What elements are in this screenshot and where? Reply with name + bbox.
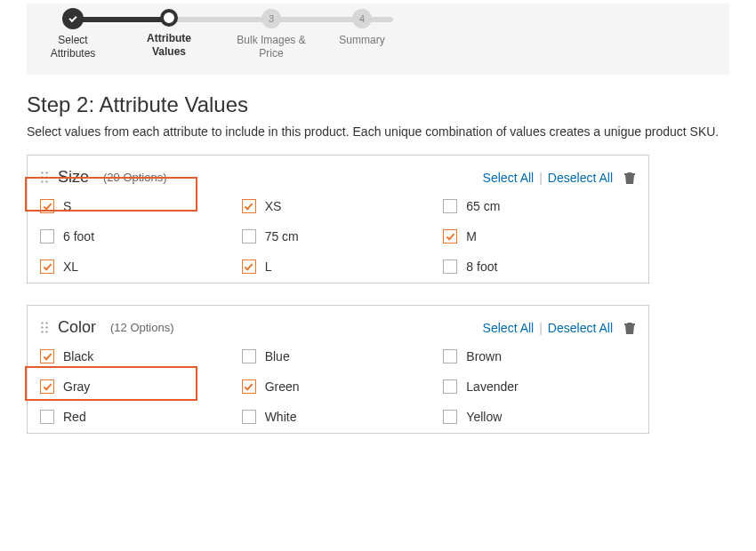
option-label: White xyxy=(265,410,297,424)
attribute-count: (20 Options) xyxy=(103,171,167,184)
option-black[interactable]: Black xyxy=(40,349,233,363)
option-label: Gray xyxy=(63,379,90,394)
separator: | xyxy=(539,321,543,335)
step-summary[interactable]: 4 Summary xyxy=(331,9,393,47)
checkbox[interactable] xyxy=(40,229,54,244)
separator: | xyxy=(539,171,543,185)
checkbox[interactable] xyxy=(242,349,256,363)
select-all-link[interactable]: Select All xyxy=(483,321,535,335)
checkbox[interactable] xyxy=(242,410,256,424)
checkbox[interactable] xyxy=(242,379,256,394)
attribute-count: (12 Options) xyxy=(110,321,174,334)
attribute-name: Color xyxy=(58,318,96,337)
option-label: 75 cm xyxy=(265,229,299,244)
checkbox[interactable] xyxy=(443,229,457,244)
page-title: Step 2: Attribute Values xyxy=(27,92,729,117)
option-xl[interactable]: XL xyxy=(40,260,233,274)
option-red[interactable]: Red xyxy=(40,410,233,424)
step-dot: 2 xyxy=(160,9,178,27)
step-label: AttributeValues xyxy=(138,32,200,59)
option-gray[interactable]: Gray xyxy=(40,379,233,394)
option-label: 6 foot xyxy=(63,229,94,244)
option-6-foot[interactable]: 6 foot xyxy=(40,229,233,244)
option-s[interactable]: S xyxy=(40,199,233,213)
option-xs[interactable]: XS xyxy=(242,199,435,213)
option-label: 8 foot xyxy=(466,260,497,274)
deselect-all-link[interactable]: Deselect All xyxy=(548,171,613,185)
option-l[interactable]: L xyxy=(242,260,435,274)
option-75-cm[interactable]: 75 cm xyxy=(242,229,435,244)
checkbox[interactable] xyxy=(40,199,54,213)
step-dot: 4 xyxy=(352,9,372,28)
option-yellow[interactable]: Yellow xyxy=(443,410,636,424)
option-m[interactable]: M xyxy=(443,229,636,244)
option-white[interactable]: White xyxy=(242,410,435,424)
checkbox[interactable] xyxy=(40,260,54,274)
step-dot: 3 xyxy=(261,9,281,28)
option-label: L xyxy=(265,260,272,274)
option-65-cm[interactable]: 65 cm xyxy=(443,199,636,213)
option-green[interactable]: Green xyxy=(242,379,435,394)
deselect-all-link[interactable]: Deselect All xyxy=(548,321,613,335)
step-label: Summary xyxy=(331,34,393,47)
option-label: Brown xyxy=(466,349,502,363)
checkbox[interactable] xyxy=(242,199,256,213)
step-bulk-images-price[interactable]: 3 Bulk Images &Price xyxy=(233,9,310,60)
option-label: Green xyxy=(265,379,300,394)
option-label: Lavender xyxy=(466,379,518,394)
attribute-name: Size xyxy=(58,168,89,187)
trash-icon[interactable] xyxy=(623,321,636,335)
checkbox[interactable] xyxy=(443,410,457,424)
drag-handle-icon[interactable] xyxy=(40,321,49,335)
step-select-attributes[interactable]: 1 SelectAttributes xyxy=(42,9,104,60)
option-label: M xyxy=(466,229,477,244)
option-label: Red xyxy=(63,410,86,424)
attribute-block-size: Size (20 Options) Select All | Deselect … xyxy=(27,155,649,283)
option-label: XS xyxy=(265,199,282,213)
checkbox[interactable] xyxy=(242,260,256,274)
checkbox[interactable] xyxy=(40,410,54,424)
step-label: SelectAttributes xyxy=(42,34,104,60)
option-label: Yellow xyxy=(466,410,502,424)
option-blue[interactable]: Blue xyxy=(242,349,435,363)
option-label: Black xyxy=(63,349,93,363)
checkbox[interactable] xyxy=(443,199,457,213)
option-8-foot[interactable]: 8 foot xyxy=(443,260,636,274)
drag-handle-icon[interactable] xyxy=(40,171,49,185)
checkbox[interactable] xyxy=(443,260,457,274)
option-label: XL xyxy=(63,260,78,274)
checkbox[interactable] xyxy=(443,379,457,394)
option-label: S xyxy=(63,199,71,213)
step-dot: 1 xyxy=(63,9,83,28)
option-brown[interactable]: Brown xyxy=(443,349,636,363)
checkbox[interactable] xyxy=(40,379,54,394)
attribute-block-color: Color (12 Options) Select All | Deselect… xyxy=(27,305,649,434)
trash-icon[interactable] xyxy=(623,171,636,185)
checkbox[interactable] xyxy=(40,349,54,363)
wizard-stepper: 1 SelectAttributes 2 AttributeValues 3 B… xyxy=(27,4,729,75)
checkbox[interactable] xyxy=(242,229,256,244)
select-all-link[interactable]: Select All xyxy=(483,171,535,185)
step-label: Bulk Images &Price xyxy=(233,34,310,60)
page-description: Select values from each attribute to inc… xyxy=(27,124,729,139)
option-label: 65 cm xyxy=(466,199,500,213)
checkbox[interactable] xyxy=(443,349,457,363)
option-lavender[interactable]: Lavender xyxy=(443,379,636,394)
option-label: Blue xyxy=(265,349,290,363)
step-attribute-values[interactable]: 2 AttributeValues xyxy=(138,9,200,59)
